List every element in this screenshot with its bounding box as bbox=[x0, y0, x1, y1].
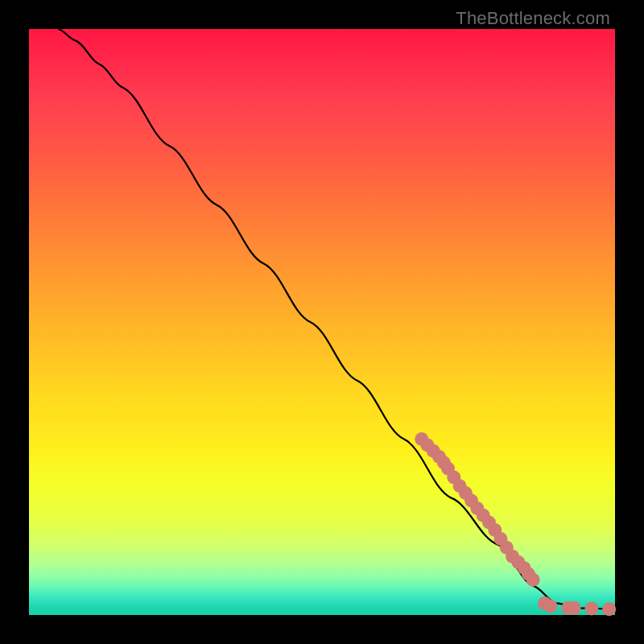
watermark-text: TheBottleneck.com bbox=[456, 8, 610, 29]
marker-group bbox=[415, 432, 616, 616]
chart-frame: TheBottleneck.com bbox=[0, 0, 644, 644]
chart-svg bbox=[29, 29, 615, 615]
plot-area bbox=[29, 29, 615, 615]
data-marker bbox=[568, 601, 581, 615]
data-marker bbox=[543, 600, 557, 613]
data-marker bbox=[602, 602, 616, 616]
trend-curve bbox=[58, 29, 615, 609]
data-marker bbox=[526, 573, 540, 587]
data-marker bbox=[584, 602, 598, 616]
